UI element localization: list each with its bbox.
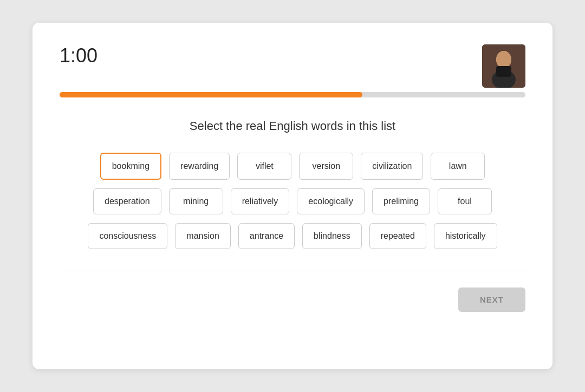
- footer: NEXT: [60, 282, 525, 312]
- word-lawn[interactable]: lawn: [431, 153, 485, 180]
- next-button[interactable]: NEXT: [458, 288, 525, 312]
- word-historically[interactable]: historically: [434, 223, 497, 249]
- word-civilization[interactable]: civilization: [361, 153, 423, 180]
- word-rewarding[interactable]: rewarding: [169, 153, 230, 180]
- word-viflet[interactable]: viflet: [237, 153, 291, 180]
- word-mining[interactable]: mining: [169, 188, 223, 214]
- progress-bar-container: [60, 92, 525, 97]
- words-row-1: bookming rewarding viflet version civili…: [60, 153, 525, 180]
- words-grid: bookming rewarding viflet version civili…: [60, 153, 525, 249]
- word-consciousness[interactable]: consciousness: [88, 223, 167, 249]
- words-row-2: desperation mining reliatively ecologica…: [60, 188, 525, 214]
- divider: [60, 271, 525, 271]
- header: 1:00: [60, 44, 525, 88]
- word-mansion[interactable]: mansion: [175, 223, 230, 249]
- word-reliatively[interactable]: reliatively: [231, 188, 290, 214]
- word-ecologically[interactable]: ecologically: [297, 188, 365, 214]
- word-version[interactable]: version: [299, 153, 353, 180]
- word-repeated[interactable]: repeated: [369, 223, 426, 249]
- quiz-card: 1:00 Select the real English words in th…: [32, 23, 552, 369]
- question-title: Select the real English words in this li…: [60, 119, 525, 133]
- words-row-3: consciousness mansion antrance blindness…: [60, 223, 525, 249]
- svg-rect-4: [496, 66, 511, 77]
- svg-point-3: [496, 51, 511, 68]
- word-preliming[interactable]: preliming: [372, 188, 430, 214]
- word-blindness[interactable]: blindness: [302, 223, 362, 249]
- word-antrance[interactable]: antrance: [238, 223, 295, 249]
- avatar: [482, 44, 525, 88]
- word-desperation[interactable]: desperation: [93, 188, 161, 214]
- progress-bar-fill: [60, 92, 362, 97]
- timer-display: 1:00: [60, 44, 98, 67]
- word-foul[interactable]: foul: [438, 188, 492, 214]
- word-bookming[interactable]: bookming: [100, 153, 161, 180]
